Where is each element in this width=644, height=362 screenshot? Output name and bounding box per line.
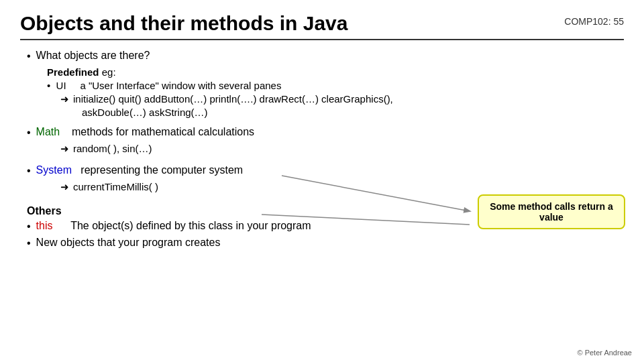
bullet-dot-system: • bbox=[27, 165, 31, 177]
slide-header: Objects and their methods in Java COMP10… bbox=[20, 12, 624, 40]
slide-title: Objects and their methods in Java bbox=[20, 12, 347, 35]
slide-container: Objects and their methods in Java COMP10… bbox=[0, 0, 644, 362]
footer: © Peter Andreae bbox=[578, 349, 633, 357]
this-desc: The object(s) defined by this class in y… bbox=[70, 220, 311, 232]
bullet-system: • System representing the computer syste… bbox=[27, 164, 624, 177]
bullet-new: • New objects that your program creates bbox=[27, 237, 624, 249]
bullet-dot-math: • bbox=[27, 127, 31, 139]
system-methods: currentTimeMillis( ) bbox=[73, 181, 158, 192]
ui-line: • UI a "User Interface" window with seve… bbox=[27, 80, 624, 91]
system-methods-line: ➜ currentTimeMillis( ) bbox=[27, 181, 624, 193]
bullet-dot-this: • bbox=[27, 221, 31, 233]
system-desc: representing the computer system bbox=[80, 164, 243, 176]
math-methods-line: ➜ random( ), sin(…) bbox=[27, 143, 624, 155]
system-label: System bbox=[36, 164, 72, 176]
this-label: this bbox=[36, 220, 53, 232]
what-label: What objects are there? bbox=[36, 50, 150, 62]
ui-bullet-dot: • bbox=[47, 80, 50, 91]
ui-methods2: askDouble(…) askString(…) bbox=[82, 107, 208, 118]
footer-text: © Peter Andreae bbox=[578, 349, 633, 357]
callout-text: Some method calls return a value bbox=[490, 201, 613, 223]
ui-methods-line2: askDouble(…) askString(…) bbox=[27, 107, 624, 118]
arrow-math: ➜ bbox=[60, 143, 69, 155]
math-methods: random( ), sin(…) bbox=[73, 143, 152, 154]
predefined-line: Predefined eg: bbox=[27, 66, 624, 78]
new-objects-label: New objects that your program creates bbox=[36, 237, 221, 249]
arrow-system: ➜ bbox=[60, 181, 69, 193]
slide-number: COMP102: 55 bbox=[564, 16, 624, 27]
ui-label: UI bbox=[56, 80, 66, 91]
ui-methods: initialize() quit() addButton(…) println… bbox=[73, 93, 393, 105]
predefined-eg: eg: bbox=[102, 66, 116, 78]
arrow-ui: ➜ bbox=[60, 93, 69, 105]
bullet-what: • What objects are there? bbox=[27, 50, 624, 62]
math-desc: methods for mathematical calculations bbox=[72, 126, 254, 138]
predefined-label: Predefined bbox=[47, 66, 99, 78]
ui-desc: a "User Interface" window with several p… bbox=[80, 80, 281, 91]
math-label: Math bbox=[36, 126, 60, 138]
callout-box: Some method calls return a value bbox=[478, 194, 625, 229]
bullet-dot-what: • bbox=[27, 50, 31, 62]
bullet-dot-new: • bbox=[27, 237, 31, 249]
ui-methods-line1: ➜ initialize() quit() addButton(…) print… bbox=[27, 93, 624, 105]
bullet-math: • Math methods for mathematical calculat… bbox=[27, 126, 624, 139]
